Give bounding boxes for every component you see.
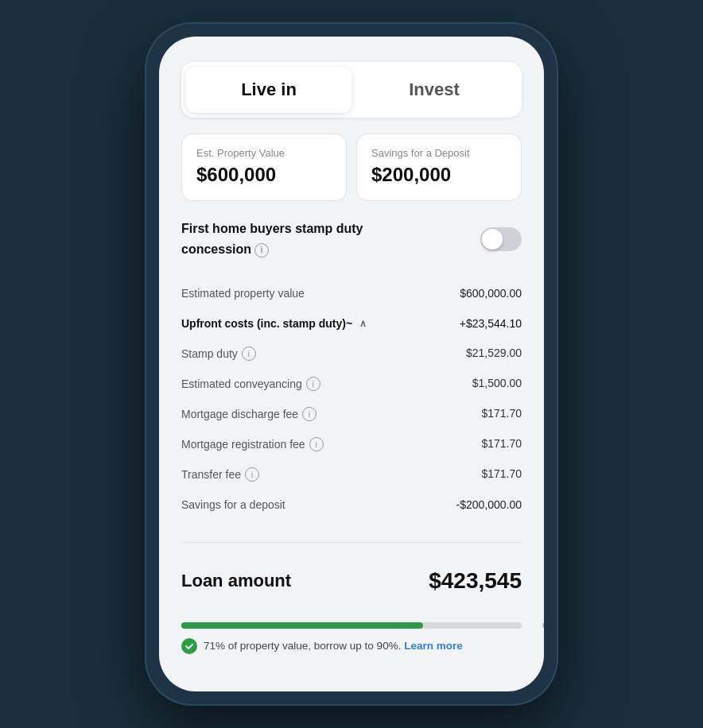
checkmark-svg — [184, 641, 194, 651]
check-circle-icon — [181, 638, 197, 654]
savings-deposit-card[interactable]: Savings for a Deposit $200,000 — [356, 134, 522, 201]
transfer-fee-label: Transfer fee i — [181, 467, 259, 482]
conveyancing-label: Estimated conveyancing i — [181, 377, 320, 391]
property-value-amount: $600,000 — [196, 164, 332, 186]
conveyancing-row: Estimated conveyancing i $1,500.00 — [181, 369, 522, 399]
loan-amount-value: $423,545 — [429, 568, 522, 594]
estimated-property-value: $600,000.00 — [460, 287, 522, 300]
mortgage-registration-value: $171.70 — [481, 437, 522, 451]
savings-for-deposit-row: Savings for a deposit -$200,000.00 — [181, 490, 522, 520]
sub-items: Stamp duty i $21,529.00 Estimated convey… — [181, 339, 522, 490]
stamp-duty-row: First home buyers stamp duty concession … — [181, 217, 522, 262]
savings-deposit-amount: $200,000 — [371, 164, 507, 186]
upfront-costs-row[interactable]: Upfront costs (inc. stamp duty)~ ∧ +$23,… — [181, 308, 522, 339]
estimated-property-row: Estimated property value $600,000.00 — [181, 278, 522, 308]
phone-screen: Live in Invest Est. Property Value $600,… — [159, 37, 544, 691]
progress-dot-1 — [542, 622, 544, 629]
screen-content: Live in Invest Est. Property Value $600,… — [159, 37, 544, 691]
upfront-costs-value: +$23,544.10 — [460, 317, 522, 330]
mortgage-discharge-info-icon[interactable]: i — [302, 407, 317, 421]
tab-invest[interactable]: Invest — [352, 67, 517, 113]
upfront-chevron-icon: ∧ — [359, 318, 367, 329]
progress-dots — [542, 622, 544, 629]
property-value-card[interactable]: Est. Property Value $600,000 — [181, 134, 347, 201]
input-row: Est. Property Value $600,000 Savings for… — [181, 134, 522, 201]
progress-note-text: 71% of property value, borrow up to 90%.… — [204, 640, 463, 652]
mortgage-discharge-row: Mortgage discharge fee i $171.70 — [181, 399, 522, 429]
conveyancing-info-icon[interactable]: i — [306, 377, 320, 391]
tab-toggle: Live in Invest — [181, 62, 522, 118]
phone-shell: Live in Invest Est. Property Value $600,… — [145, 22, 558, 706]
progress-bar-fill — [181, 622, 423, 629]
conveyancing-value: $1,500.00 — [472, 377, 522, 391]
progress-bar-bg — [181, 622, 522, 629]
learn-more-link[interactable]: Learn more — [404, 640, 463, 652]
stamp-duty-sub-label: Stamp duty i — [181, 347, 256, 361]
stamp-duty-text-part2: concession — [181, 241, 251, 258]
savings-for-deposit-label: Savings for a deposit — [181, 498, 285, 511]
savings-deposit-label: Savings for a Deposit — [371, 147, 507, 159]
mortgage-discharge-value: $171.70 — [481, 407, 522, 421]
progress-note: 71% of property value, borrow up to 90%.… — [181, 638, 522, 654]
mortgage-registration-row: Mortgage registration fee i $171.70 — [181, 429, 522, 459]
loan-amount-label: Loan amount — [181, 571, 291, 591]
upfront-costs-label: Upfront costs (inc. stamp duty)~ ∧ — [181, 317, 367, 330]
divider — [181, 542, 522, 543]
stamp-duty-sub-value: $21,529.00 — [466, 347, 522, 361]
transfer-fee-info-icon[interactable]: i — [245, 467, 259, 482]
mortgage-discharge-label: Mortgage discharge fee i — [181, 407, 317, 421]
stamp-duty-toggle[interactable] — [480, 227, 522, 251]
stamp-duty-text-part1: First home buyers stamp duty — [181, 220, 363, 238]
stamp-duty-sub-row: Stamp duty i $21,529.00 — [181, 339, 522, 369]
estimated-property-label: Estimated property value — [181, 287, 305, 300]
line-items: Estimated property value $600,000.00 Upf… — [181, 278, 522, 520]
transfer-fee-row: Transfer fee i $171.70 — [181, 459, 522, 490]
stamp-duty-label: First home buyers stamp duty concession … — [181, 220, 420, 259]
savings-for-deposit-value: -$200,000.00 — [456, 498, 522, 511]
loan-amount-row: Loan amount $423,545 — [181, 565, 522, 603]
stamp-duty-info-icon[interactable]: i — [254, 243, 269, 258]
mortgage-registration-info-icon[interactable]: i — [309, 437, 324, 451]
progress-container: 71% of property value, borrow up to 90%.… — [181, 622, 522, 654]
stamp-duty-sub-info-icon[interactable]: i — [242, 347, 256, 361]
property-value-label: Est. Property Value — [196, 147, 332, 159]
transfer-fee-value: $171.70 — [481, 467, 522, 482]
mortgage-registration-label: Mortgage registration fee i — [181, 437, 324, 451]
tab-live-in[interactable]: Live in — [186, 67, 352, 113]
